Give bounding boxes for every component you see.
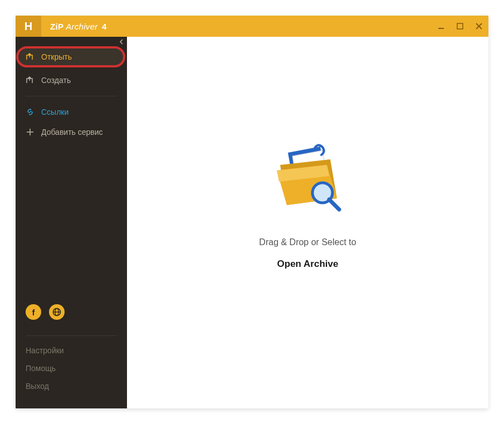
folder-illustration: [269, 143, 347, 215]
chevron-left-icon: [119, 39, 124, 45]
sidebar-item-label: Открыть: [41, 52, 72, 61]
svg-rect-1: [457, 23, 463, 29]
facebook-button[interactable]: f: [26, 304, 41, 320]
footer-link-help[interactable]: Помощь: [26, 359, 117, 377]
sidebar-item-open[interactable]: Открыть: [17, 47, 125, 67]
app-title-rest: Archiver: [63, 22, 97, 31]
app-logo: H: [16, 16, 41, 37]
open-archive-label: Open Archive: [277, 259, 339, 270]
app-title-zip: ZiP: [50, 22, 63, 31]
sidebar-item-add-service[interactable]: Добавить сервис: [16, 122, 127, 142]
sidebar-item-links[interactable]: Ссылки: [16, 102, 127, 122]
collapse-sidebar-button[interactable]: [119, 39, 124, 46]
sidebar-item-label: Ссылки: [41, 108, 68, 116]
app-logo-letter: H: [25, 20, 32, 33]
maximize-button[interactable]: [451, 16, 469, 37]
plus-icon: [26, 128, 35, 136]
sidebar-item-label: Добавить сервис: [41, 128, 103, 137]
divider: [26, 335, 117, 336]
footer-link-exit[interactable]: Выход: [26, 377, 117, 395]
divider: [26, 96, 117, 96]
social-row: f: [26, 304, 117, 320]
minimize-button[interactable]: [432, 16, 451, 37]
close-icon: [476, 23, 482, 30]
app-title: ZiP Archiver 4: [50, 22, 107, 31]
globe-icon: [52, 308, 61, 316]
svg-line-12: [329, 199, 339, 209]
app-body: Открыть Создать Ссылки Добавить серв: [16, 37, 488, 408]
sidebar-footer: f Настройки Помощь Выход: [16, 304, 127, 408]
create-icon: [26, 76, 35, 85]
app-window: H ZiP Archiver 4: [16, 16, 488, 408]
link-icon: [26, 108, 35, 116]
footer-link-settings[interactable]: Настройки: [26, 342, 117, 359]
svg-rect-0: [438, 28, 444, 29]
titlebar: H ZiP Archiver 4: [16, 16, 488, 37]
sidebar-item-create[interactable]: Создать: [16, 70, 127, 90]
sidebar: Открыть Создать Ссылки Добавить серв: [16, 37, 127, 408]
facebook-icon: f: [32, 308, 35, 317]
drop-hint-text: Drag & Drop or Select to: [259, 237, 356, 247]
minimize-icon: [438, 23, 444, 30]
app-version: 4: [102, 22, 107, 31]
open-icon: [26, 52, 35, 61]
close-button[interactable]: [469, 16, 488, 37]
window-controls: [432, 16, 488, 37]
sidebar-item-label: Создать: [41, 76, 71, 85]
web-button[interactable]: [49, 304, 65, 320]
main-drop-area[interactable]: Drag & Drop or Select to Open Archive: [127, 37, 488, 408]
maximize-icon: [457, 23, 463, 30]
